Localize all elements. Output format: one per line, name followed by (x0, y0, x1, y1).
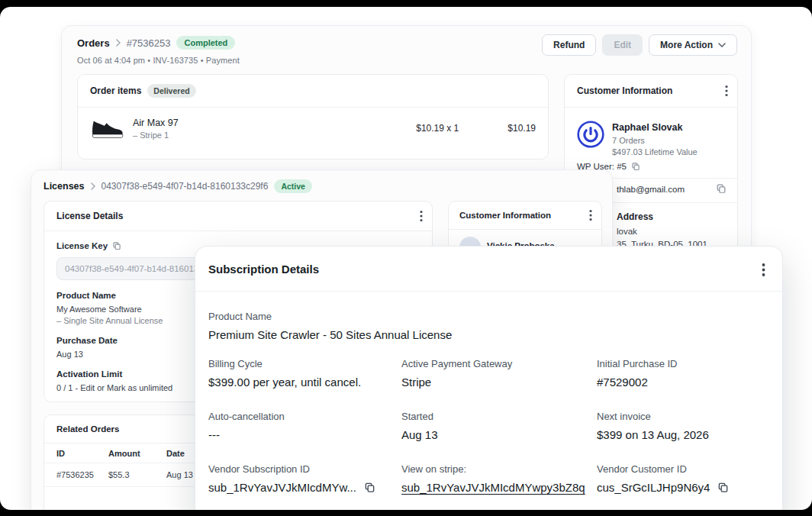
kebab-menu-icon[interactable] (762, 263, 765, 277)
subscription-details-card: Subscription Details Product Name Premiu… (195, 246, 783, 510)
field-value: --- (208, 428, 401, 441)
subscription-fields-grid: Billing Cycle $399.00 per year, until ca… (208, 358, 769, 494)
subscription-header: Subscription Details (195, 247, 782, 291)
copy-icon[interactable] (631, 162, 640, 171)
chevron-down-icon (718, 43, 726, 47)
purchase-date-value: Aug 13 (56, 350, 83, 359)
order-item-row[interactable]: Air Max 97 – Stripe 1 $10.19 x 1 $10.19 (78, 108, 548, 149)
vendor-customer-id-value: cus_SrGcILJHp9N6y4 (597, 481, 710, 494)
activation-limit-value[interactable]: 0 / 1 - Edit or Mark as unlimited (56, 383, 172, 392)
customer-email: thlab@gmail.com (617, 185, 685, 194)
customer-name: Raphael Slovak (612, 122, 682, 133)
column-amount: Amount (108, 449, 166, 458)
kebab-menu-icon[interactable] (725, 85, 728, 97)
more-action-button[interactable]: More Action (649, 34, 737, 56)
copy-subscription-id-icon[interactable] (364, 482, 375, 493)
order-status-badge: Completed (176, 36, 235, 50)
stripe-subscription-link[interactable]: sub_1RvYavJVJkMIcdMYwpy3bZ8q (401, 481, 585, 494)
field-initial-purchase-id: Initial Purchase ID #7529002 (597, 358, 769, 389)
subscription-product-block: Product Name Premium Site Crawler - 50 S… (208, 311, 452, 341)
field-vendor-customer-id: Vendor Customer ID cus_SrGcILJHp9N6y4 (597, 463, 769, 494)
field-value: $399.00 per year, until cancel. (208, 376, 401, 389)
field-value: Aug 13 (401, 428, 597, 441)
license-customer-header: Customer Information (449, 202, 601, 230)
item-price-qty: $10.19 x 1 (416, 123, 459, 134)
product-name: Air Max 97 (133, 118, 179, 128)
activation-limit-label: Activation Limit (56, 369, 122, 379)
license-customer-title: Customer Information (459, 211, 551, 220)
field-value: #7529002 (597, 376, 769, 389)
licenses-breadcrumb: Licenses 04307f38-e549-4f07-b14d-8160133… (44, 179, 312, 193)
customer-orders-count: 7 Orders (612, 136, 645, 145)
address-title: Address (617, 211, 653, 222)
chevron-right-icon (116, 39, 121, 47)
field-payment-gateway: Active Payment Gateway Stripe (401, 358, 597, 389)
product-variant-value: – Single Site Annual License (56, 316, 163, 325)
field-label: Initial Purchase ID (597, 358, 769, 369)
field-label: Billing Cycle (208, 358, 401, 369)
order-items-header: Order items Delivered (78, 75, 548, 108)
subscription-product-value: Premium Site Crawler - 50 Sites Annual L… (208, 328, 452, 341)
field-label: Vendor Customer ID (597, 463, 769, 475)
license-key-label-row: License Key (56, 241, 121, 250)
customer-lifetime-value: $497.03 Lifetime Value (612, 147, 698, 156)
column-id: ID (56, 449, 108, 458)
purchase-date-label: Purchase Date (56, 336, 118, 345)
related-orders-title: Related Orders (56, 424, 119, 434)
related-order-amount: $55.3 (108, 470, 166, 479)
field-label: Started (401, 411, 597, 422)
edit-button[interactable]: Edit (602, 34, 643, 56)
field-started: Started Aug 13 (401, 411, 597, 441)
field-auto-cancellation: Auto-cancellation --- (208, 411, 401, 441)
license-details-title: License Details (56, 211, 123, 221)
order-items-title: Order items (90, 85, 141, 96)
license-status-badge: Active (274, 179, 312, 193)
refund-button[interactable]: Refund (542, 34, 596, 56)
product-variant: – Stripe 1 (133, 131, 179, 140)
kebab-menu-icon[interactable] (589, 209, 592, 221)
breadcrumb-orders[interactable]: Orders (77, 37, 110, 49)
copy-license-key-icon[interactable] (112, 241, 121, 250)
product-name-label: Product Name (56, 291, 116, 300)
order-items-card: Order items Delivered Air Max 97 – Strip… (77, 74, 549, 160)
field-label: Next invoice (597, 411, 769, 422)
copy-customer-id-icon[interactable] (717, 482, 729, 493)
breadcrumb-order-id: #7536253 (127, 37, 171, 49)
field-value: Stripe (401, 376, 597, 389)
order-meta: Oct 06 at 4:04 pm • INV-163735 • Payment (77, 56, 240, 65)
breadcrumb-licenses[interactable]: Licenses (44, 181, 85, 192)
field-next-invoice: Next invoice $399 on 13 Aug, 2026 (597, 411, 769, 441)
divider (195, 291, 782, 292)
product-name-value: My Awesome Software (56, 305, 142, 314)
related-order-id: #7536235 (56, 470, 108, 479)
field-view-on-stripe: View on stripe: sub_1RvYavJVJkMIcdMYwpy3… (401, 463, 597, 494)
field-label: Active Payment Gateway (401, 358, 597, 369)
address-line-1: lovak (617, 227, 637, 236)
field-label: Vendor Subscription ID (208, 463, 401, 475)
customer-info-title: Customer Information (577, 85, 672, 96)
customer-info-header: Customer Information (565, 75, 737, 108)
chevron-right-icon (91, 182, 95, 190)
delivered-badge: Delivered (147, 84, 195, 98)
license-details-header: License Details (44, 202, 432, 231)
subscription-product-label: Product Name (208, 311, 452, 322)
subscription-title: Subscription Details (208, 263, 319, 276)
field-billing-cycle: Billing Cycle $399.00 per year, until ca… (208, 358, 401, 389)
copy-email-icon[interactable] (716, 183, 727, 194)
field-value: $399 on 13 Aug, 2026 (597, 428, 769, 441)
license-key-label: License Key (56, 241, 108, 250)
more-action-label: More Action (660, 40, 713, 50)
field-vendor-subscription-id: Vendor Subscription ID sub_1RvYavJVJkMIc… (208, 463, 401, 494)
item-total: $10.19 (508, 123, 536, 134)
screen-viewport: Orders #7536253 Completed Oct 06 at 4:04… (0, 7, 812, 510)
order-actions: Refund Edit More Action (542, 34, 737, 56)
field-label: Auto-cancellation (208, 411, 401, 422)
customer-avatar-power-logo (577, 121, 604, 151)
breadcrumb-license-key: 04307f38-e549-4f07-b14d-8160133c29f6 (102, 181, 269, 192)
kebab-menu-icon[interactable] (420, 210, 423, 222)
field-label: View on stripe: (401, 463, 597, 475)
sneaker-icon (90, 117, 124, 140)
vendor-subscription-id-value: sub_1RvYavJVJkMIcdMYw... (208, 481, 356, 494)
orders-breadcrumb: Orders #7536253 Completed (77, 36, 235, 50)
